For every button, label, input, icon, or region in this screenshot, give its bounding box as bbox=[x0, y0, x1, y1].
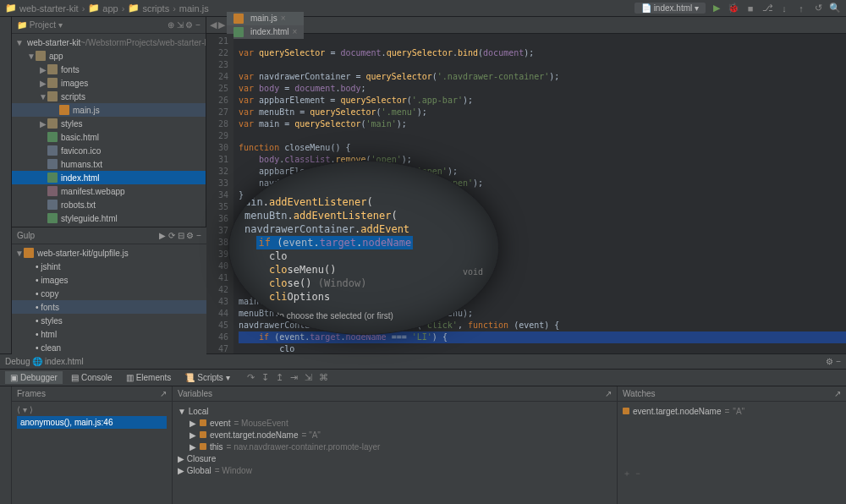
tree-item[interactable]: styleguide.html bbox=[12, 211, 206, 225]
magnifier-overlay: ain.addEventListener( menuBtn.addEventLi… bbox=[228, 161, 499, 335]
debug-label: Debug bbox=[5, 357, 30, 366]
gear-icon[interactable]: ⚙ bbox=[826, 357, 833, 366]
commit-icon[interactable]: ↑ bbox=[795, 3, 807, 14]
history-icon[interactable]: ↺ bbox=[812, 3, 824, 14]
breadcrumb: 📁 web-starter-kit › 📁 app › 📁 scripts › … bbox=[5, 3, 209, 14]
step-over-icon[interactable]: ↷ bbox=[247, 372, 255, 383]
hide-icon[interactable]: − bbox=[836, 357, 841, 366]
tree-item[interactable]: favicon.ico bbox=[12, 144, 206, 157]
tree-item[interactable]: ▼scripts bbox=[12, 90, 206, 103]
step-into-icon[interactable]: ↧ bbox=[261, 372, 269, 383]
tree-item[interactable]: humans.txt bbox=[12, 157, 206, 171]
locate-icon[interactable]: ⊕ bbox=[168, 20, 174, 30]
gulp-task[interactable]: • fonts bbox=[12, 300, 206, 314]
variables-title: Variables bbox=[178, 389, 212, 398]
hide-icon[interactable]: − bbox=[195, 20, 201, 30]
tree-item[interactable]: ▶styles bbox=[12, 117, 206, 130]
add-watch-button[interactable]: ＋ － bbox=[623, 468, 841, 479]
tab-scripts[interactable]: 📜 Scripts ▾ bbox=[179, 371, 235, 384]
watch-item[interactable]: event.target.nodeName = "A" bbox=[623, 405, 841, 417]
close-icon[interactable]: × bbox=[281, 14, 286, 23]
editor-tab[interactable]: main.js × bbox=[227, 12, 304, 25]
project-panel: 📁 Project ▾ ⊕ ⇲ ⚙ − ▼web-starter-kit ~/W… bbox=[12, 17, 206, 227]
watches-title: Watches bbox=[623, 389, 656, 398]
debug-icon[interactable]: 🐞 bbox=[728, 3, 739, 14]
variable-item[interactable]: ▶this = nav.navdrawer-container.promote-… bbox=[178, 441, 612, 452]
top-bar: 📁 web-starter-kit › 📁 app › 📁 scripts › … bbox=[0, 0, 846, 17]
evaluate-icon[interactable]: ⌘ bbox=[319, 372, 328, 383]
tree-item[interactable]: index.html bbox=[12, 171, 206, 184]
tree-item[interactable]: ▼web-starter-kit/gulpfile.js bbox=[12, 246, 206, 260]
run-icon[interactable]: ▶ bbox=[711, 3, 722, 14]
collapse-icon[interactable]: ⇲ bbox=[177, 20, 184, 30]
gulp-task[interactable]: • jshint bbox=[12, 260, 206, 273]
gulp-task[interactable]: • styles bbox=[12, 314, 206, 327]
nav-fwd-icon[interactable]: ▶ bbox=[218, 19, 225, 30]
breadcrumb-item[interactable]: 📁 web-starter-kit bbox=[5, 3, 79, 14]
gulp-panel-title: Gulp bbox=[17, 231, 35, 240]
stop-icon[interactable]: ■ bbox=[744, 3, 756, 14]
tool-window-bar-left[interactable] bbox=[0, 17, 12, 353]
tree-item[interactable]: ▶images bbox=[12, 76, 206, 90]
nav-back-icon[interactable]: ◀ bbox=[210, 19, 217, 30]
gear-icon[interactable]: ⚙ bbox=[186, 231, 194, 240]
force-step-icon[interactable]: ⇥ bbox=[290, 372, 298, 383]
run-to-cursor-icon[interactable]: ⇲ bbox=[305, 372, 312, 383]
gulp-task[interactable]: • html bbox=[12, 327, 206, 341]
stack-frame[interactable]: anonymous(), main.js:46 bbox=[17, 416, 167, 429]
gulp-task[interactable]: • images bbox=[12, 273, 206, 287]
breadcrumb-item[interactable]: 📁 app bbox=[88, 3, 118, 14]
tree-item[interactable]: ▼web-starter-kit ~/WebstormProjects/web-… bbox=[12, 36, 206, 49]
tab-console[interactable]: ▤ Console bbox=[66, 371, 118, 384]
completion-hint: void bbox=[463, 267, 483, 277]
project-tree[interactable]: ▼web-starter-kit ~/WebstormProjects/web-… bbox=[12, 34, 206, 227]
vcs-icon[interactable]: ⎇ bbox=[761, 3, 773, 14]
expand-icon[interactable]: ↗ bbox=[605, 389, 612, 398]
run-config-selector[interactable]: 📄 index.html ▾ bbox=[634, 3, 706, 14]
debug-tool-window: Debug 🌐 index.html ⚙ − ▣ Debugger ▤ Cons… bbox=[0, 353, 846, 504]
debug-target: index.html bbox=[45, 357, 84, 366]
expand-icon[interactable]: ↗ bbox=[834, 389, 841, 398]
hide-icon[interactable]: − bbox=[196, 231, 201, 240]
variable-item[interactable]: ▶event = MouseEvent bbox=[178, 417, 612, 429]
refresh-icon[interactable]: ⟳ bbox=[168, 231, 175, 240]
breadcrumb-item[interactable]: 📁 scripts bbox=[128, 3, 169, 14]
expand-icon[interactable]: ↗ bbox=[160, 389, 167, 398]
gear-icon[interactable]: ⚙ bbox=[185, 20, 193, 30]
update-icon[interactable]: ↓ bbox=[778, 3, 790, 14]
breadcrumb-item[interactable]: main.js bbox=[179, 3, 209, 14]
tab-elements[interactable]: ▥ Elements bbox=[121, 371, 177, 384]
editor-tabs: ◀ ▶ main.js ×index.html × bbox=[206, 17, 846, 34]
tree-item[interactable]: main.js bbox=[12, 103, 206, 117]
frames-title: Frames bbox=[17, 389, 46, 398]
gulp-task[interactable]: • clean bbox=[12, 341, 206, 354]
variables-panel: Variables ↗ ▼ Local ▶event = MouseEvent▶… bbox=[173, 386, 618, 504]
frames-panel: Frames ↗ ⟨ ▾ ⟩ anonymous(), main.js:46 bbox=[12, 386, 173, 504]
gulp-task[interactable]: • copy bbox=[12, 287, 206, 300]
debug-sidebar[interactable] bbox=[0, 386, 12, 504]
variable-item[interactable]: ▶event.target.nodeName = "A" bbox=[178, 429, 612, 441]
run-icon[interactable]: ▶ bbox=[159, 231, 166, 240]
tree-item[interactable]: ▼app bbox=[12, 49, 206, 63]
search-icon[interactable]: 🔍 bbox=[829, 3, 841, 14]
tree-item[interactable]: robots.txt bbox=[12, 198, 206, 211]
tab-debugger[interactable]: ▣ Debugger bbox=[5, 371, 63, 384]
gutter: 2122232425262728293031323334353637383940… bbox=[206, 34, 233, 353]
collapse-icon[interactable]: ⊟ bbox=[178, 231, 184, 240]
project-panel-title[interactable]: 📁 Project ▾ bbox=[17, 20, 63, 30]
tree-item[interactable]: ▶fonts bbox=[12, 63, 206, 76]
tree-item[interactable]: manifest.webapp bbox=[12, 184, 206, 198]
watches-panel: Watches ↗ event.target.nodeName = "A" ＋ … bbox=[618, 386, 846, 504]
tree-item[interactable]: basic.html bbox=[12, 130, 206, 144]
step-out-icon[interactable]: ↥ bbox=[276, 372, 283, 383]
